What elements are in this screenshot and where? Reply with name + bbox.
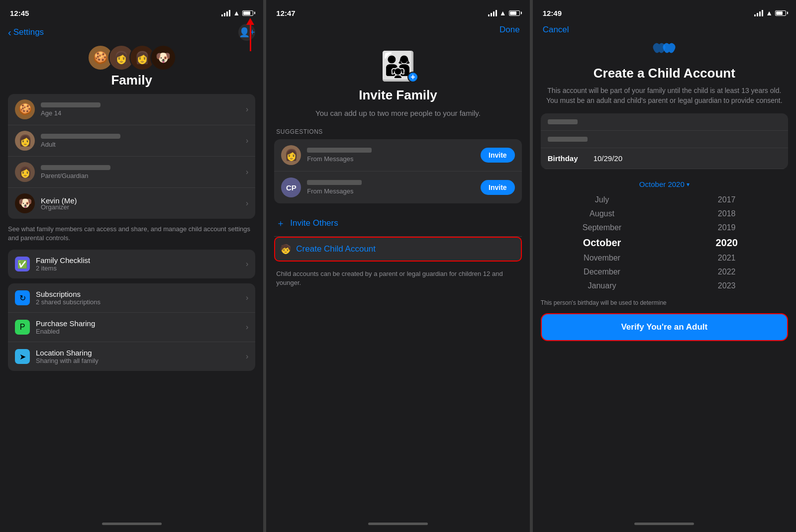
location-chevron: › (246, 352, 248, 361)
year-2023[interactable]: 2023 (664, 279, 789, 292)
month-august[interactable]: August (540, 207, 665, 220)
year-2018[interactable]: 2018 (664, 207, 789, 220)
purchase-sharing-item[interactable]: P Purchase Sharing Enabled › (8, 313, 255, 342)
month-september[interactable]: September (540, 221, 665, 234)
month-october[interactable]: October (540, 235, 665, 251)
member-role-3: Parent/Guardian (41, 172, 240, 179)
plus-action-icon: ＋ (276, 217, 285, 229)
year-column[interactable]: 2017 2018 2019 2020 2021 2022 2023 (664, 193, 789, 292)
chevron-down-icon: ▾ (687, 181, 690, 188)
sharing-options-card: ↻ Subscriptions 2 shared subscriptions ›… (8, 283, 255, 371)
year-2021[interactable]: 2021 (664, 252, 789, 265)
subscriptions-item[interactable]: ↻ Subscriptions 2 shared subscriptions › (8, 283, 255, 313)
suggestion-avatar-2: CP (281, 177, 301, 197)
chevron-icon-3: › (246, 168, 248, 177)
checklist-label: Family Checklist (36, 256, 240, 265)
selected-month-year: October 2020 (639, 180, 685, 188)
last-name-field[interactable] (541, 131, 788, 148)
location-sublabel: Sharing with all family (36, 357, 240, 364)
location-icon: ➤ (15, 349, 30, 364)
month-picker-header[interactable]: October 2020 ▾ (533, 175, 796, 190)
member-item-3[interactable]: 👩 Parent/Guardian › (8, 157, 255, 188)
location-sharing-item[interactable]: ➤ Location Sharing Sharing with all fami… (8, 342, 255, 371)
member-item-1[interactable]: 🍪 Age 14 › (8, 94, 255, 125)
invite-desc: You can add up to two more people to you… (266, 108, 529, 128)
avatar-me: 🐶 (150, 45, 176, 71)
done-button[interactable]: Done (499, 25, 520, 35)
nav-bar-1: ‹ Settings 👤+ (0, 22, 263, 45)
month-july[interactable]: July (540, 193, 665, 206)
home-indicator-3 (533, 518, 796, 532)
cancel-button[interactable]: Cancel (543, 25, 569, 35)
chevron-icon-2: › (246, 136, 248, 145)
suggestions-card: 👩 From Messages Invite CP From Messages … (274, 139, 521, 203)
checklist-item[interactable]: ✅ Family Checklist 2 items › (8, 250, 255, 278)
home-indicator-1 (0, 518, 263, 532)
member-item-me[interactable]: 🐶 Kevin (Me) Organizer › (8, 188, 255, 219)
wifi-icon-1: ▲ (233, 9, 240, 17)
cancel-bar: Cancel (533, 22, 796, 40)
checklist-icon: ✅ (15, 257, 30, 271)
family-title: Family (0, 71, 263, 94)
suggestion-item-2: CP From Messages Invite (274, 172, 521, 203)
child-account-icon: 🧒 (280, 244, 291, 255)
status-bar-3: 12:49 ▲ (533, 0, 796, 22)
checklist-chevron: › (246, 260, 248, 268)
year-2020[interactable]: 2020 (664, 235, 789, 251)
verify-adult-button[interactable]: Verify You're an Adult (541, 313, 788, 341)
home-indicator-2 (266, 518, 529, 532)
subscriptions-text: Subscriptions 2 shared subscriptions (36, 290, 240, 306)
create-child-label: Create Child Account (296, 244, 376, 254)
member-avatar-2: 👩 (15, 131, 35, 151)
month-december[interactable]: December (540, 266, 665, 278)
month-november[interactable]: November (540, 252, 665, 265)
status-icons-3: ▲ (754, 9, 786, 17)
last-name-value (548, 137, 588, 142)
apple-logo-area (533, 40, 796, 64)
member-info-3: Parent/Guardian (41, 165, 240, 179)
status-bar-2: 12:47 ▲ (266, 0, 529, 22)
invite-title: Invite Family (266, 88, 529, 108)
wifi-icon-2: ▲ (499, 9, 506, 17)
child-form-card: Birthday 10/29/20 (541, 113, 788, 169)
year-2022[interactable]: 2022 (664, 266, 789, 278)
subscriptions-chevron: › (246, 293, 248, 302)
birthday-note: This person's birthday will be used to d… (533, 297, 796, 313)
time-2: 12:47 (276, 9, 295, 17)
suggestion-info-2: From Messages (307, 180, 475, 195)
member-name-3 (41, 165, 110, 170)
invite-button-1[interactable]: Invite (481, 148, 515, 163)
month-year-picker[interactable]: July August September October November D… (533, 190, 796, 297)
month-january[interactable]: January (540, 279, 665, 292)
invite-icon-area: 👨‍👩‍👧 + (266, 40, 529, 88)
create-child-item[interactable]: 🧒 Create Child Account (274, 237, 521, 262)
birthday-row[interactable]: Birthday 10/29/20 (541, 148, 788, 169)
suggestion-avatar-1: 👩 (281, 145, 301, 165)
member-avatar-3: 👩 (15, 162, 35, 182)
checklist-sublabel: 2 items (36, 265, 240, 272)
suggestions-label: SUGGESTIONS (266, 128, 529, 139)
first-name-field[interactable] (541, 113, 788, 131)
invite-others-item[interactable]: ＋ Invite Others (274, 210, 521, 237)
subscriptions-sublabel: 2 shared subscriptions (36, 298, 240, 306)
member-role-2: Adult (41, 141, 240, 148)
plus-icon: + (407, 72, 418, 83)
checklist-text: Family Checklist 2 items (36, 256, 240, 272)
month-column[interactable]: July August September October November D… (540, 193, 665, 292)
invite-button-2[interactable]: Invite (481, 180, 515, 195)
suggestion-name-1 (307, 148, 372, 153)
panel-create-child: 12:49 ▲ Cancel Create a Child Account Th… (533, 0, 796, 532)
chevron-icon-1: › (246, 105, 248, 114)
member-item-2[interactable]: 👩 Adult › (8, 125, 255, 157)
member-info-1: Age 14 (41, 102, 240, 117)
year-2019[interactable]: 2019 (664, 221, 789, 234)
year-2017[interactable]: 2017 (664, 193, 789, 206)
back-button-1[interactable]: ‹ Settings (8, 27, 44, 38)
signal-icon-2 (488, 10, 497, 16)
family-checklist-card[interactable]: ✅ Family Checklist 2 items › (8, 250, 255, 278)
member-name-2 (41, 134, 120, 139)
apple-logo-icon (652, 42, 677, 62)
suggestion-info-1: From Messages (307, 148, 475, 163)
invite-others-label: Invite Others (290, 218, 338, 228)
time-1: 12:45 (10, 9, 29, 17)
